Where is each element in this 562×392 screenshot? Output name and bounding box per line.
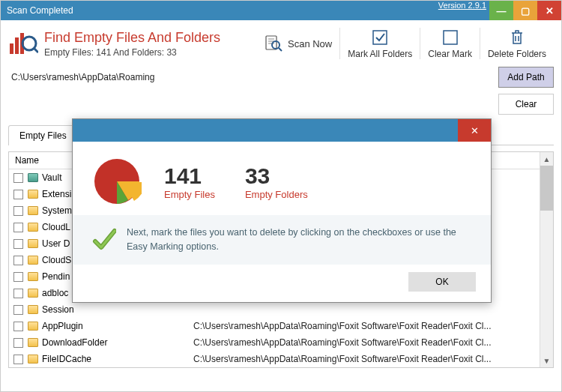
empty-folders-stat: 33 Empty Folders — [245, 163, 308, 200]
dialog-titlebar: ✕ — [73, 119, 491, 142]
row-name: Vault — [42, 172, 61, 183]
folder-icon — [28, 173, 38, 182]
app-logo-block: Find Empty Files And Folders Empty Files… — [8, 28, 220, 59]
trash-icon — [507, 28, 527, 47]
folder-icon — [28, 256, 38, 265]
empty-files-count: 141 — [164, 163, 215, 189]
mark-all-label: Mark All Folders — [348, 49, 412, 59]
table-row[interactable]: Session — [9, 301, 540, 318]
row-path: C:\Users\ramesh\AppData\Roaming\Foxit So… — [189, 354, 540, 364]
scan-now-label: Scan Now — [288, 38, 332, 49]
row-checkbox[interactable] — [13, 239, 23, 249]
dialog-hint: Next, mark the files you want to delete … — [73, 215, 491, 265]
maximize-button[interactable]: ▢ — [513, 1, 537, 20]
row-name: FileIDCache — [42, 354, 91, 364]
check-square-icon — [370, 28, 390, 47]
folder-icon — [28, 289, 38, 298]
row-name: CloudS — [42, 255, 71, 265]
app-logo-icon — [8, 28, 38, 58]
svg-rect-5 — [266, 36, 277, 49]
svg-rect-1 — [15, 37, 19, 54]
empty-folders-label: Empty Folders — [245, 189, 308, 200]
svg-rect-12 — [444, 31, 457, 44]
row-checkbox[interactable] — [13, 190, 23, 199]
row-checkbox[interactable] — [13, 272, 23, 282]
empty-files-label: Empty Files — [164, 189, 215, 200]
row-checkbox[interactable] — [13, 322, 23, 331]
row-path: C:\Users\ramesh\AppData\Roaming\Foxit So… — [189, 321, 540, 331]
scan-now-button[interactable]: Scan Now — [256, 28, 339, 59]
scroll-down-arrow[interactable]: ▼ — [540, 354, 553, 367]
app-title: Find Empty Files And Folders — [44, 30, 220, 46]
delete-folders-button[interactable]: Delete Folders — [480, 28, 554, 59]
main-toolbar: Find Empty Files And Folders Empty Files… — [1, 20, 561, 65]
row-checkbox[interactable] — [13, 256, 23, 265]
row-checkbox[interactable] — [13, 355, 23, 364]
version-label[interactable]: Version 2.9.1 — [438, 1, 486, 20]
empty-square-icon — [441, 28, 460, 47]
row-checkbox[interactable] — [13, 206, 23, 216]
folder-icon — [28, 322, 38, 331]
scan-results-dialog: ✕ 141 Empty Files 33 Empty Folders Ne — [72, 118, 492, 303]
folder-icon — [28, 223, 38, 232]
scroll-thumb[interactable] — [540, 166, 553, 211]
app-subtitle: Empty Files: 141 And Folders: 33 — [44, 47, 220, 58]
svg-rect-0 — [10, 43, 13, 54]
empty-files-stat: 141 Empty Files — [164, 163, 215, 200]
folder-icon — [28, 190, 38, 199]
folder-icon — [28, 239, 38, 248]
row-checkbox[interactable] — [13, 305, 23, 315]
path-bar: C:\Users\ramesh\AppData\Roaming Add Path — [1, 65, 561, 89]
folder-icon — [28, 305, 38, 314]
row-checkbox[interactable] — [13, 173, 23, 183]
empty-folders-count: 33 — [245, 163, 308, 189]
vertical-scrollbar[interactable]: ▲ ▼ — [540, 152, 553, 367]
row-name: AppPlugin — [42, 321, 83, 331]
folder-icon — [28, 272, 38, 281]
row-name: adbloc — [42, 288, 68, 298]
row-name: System — [42, 205, 72, 216]
row-name: DownloadFolder — [42, 337, 107, 348]
row-name: CloudL — [42, 222, 70, 232]
scan-icon — [264, 33, 283, 52]
row-name: Pendin — [42, 271, 70, 282]
table-row[interactable]: DownloadFolderC:\Users\ramesh\AppData\Ro… — [9, 334, 540, 351]
delete-folders-label: Delete Folders — [488, 49, 546, 59]
svg-line-4 — [34, 48, 38, 52]
current-path: C:\Users\ramesh\AppData\Roaming — [8, 67, 498, 87]
pie-chart-icon — [92, 157, 142, 206]
row-path: C:\Users\ramesh\AppData\Roaming\Foxit So… — [189, 337, 540, 348]
folder-icon — [28, 206, 38, 215]
add-path-button[interactable]: Add Path — [498, 67, 554, 88]
scroll-up-arrow[interactable]: ▲ — [540, 152, 553, 166]
row-name: Session — [42, 304, 74, 315]
minimize-button[interactable]: — — [489, 1, 513, 20]
window-title: Scan Completed — [7, 5, 73, 16]
ok-button[interactable]: OK — [408, 272, 476, 292]
hint-text: Next, mark the files you want to delete … — [127, 226, 471, 254]
window-controls: Version 2.9.1 — ▢ ✕ — [438, 1, 561, 20]
clear-path-button[interactable]: Clear — [498, 94, 554, 115]
folder-icon — [28, 338, 38, 347]
row-checkbox[interactable] — [13, 338, 23, 348]
close-button[interactable]: ✕ — [537, 1, 561, 20]
clear-mark-button[interactable]: Clear Mark — [420, 28, 480, 59]
checkmark-icon — [92, 228, 116, 252]
svg-rect-11 — [373, 31, 387, 44]
tab-empty-files[interactable]: Empty Files — [8, 125, 78, 145]
svg-line-10 — [279, 48, 282, 51]
table-row[interactable]: FileIDCacheC:\Users\ramesh\AppData\Roami… — [9, 351, 540, 367]
mark-all-folders-button[interactable]: Mark All Folders — [339, 28, 420, 59]
row-name: User D — [42, 238, 70, 249]
row-checkbox[interactable] — [13, 223, 23, 232]
table-row[interactable]: AppPluginC:\Users\ramesh\AppData\Roaming… — [9, 318, 540, 334]
row-name: Extensi — [42, 189, 71, 199]
clear-mark-label: Clear Mark — [428, 49, 472, 59]
row-checkbox[interactable] — [13, 289, 23, 298]
dialog-close-button[interactable]: ✕ — [458, 119, 491, 142]
folder-icon — [28, 355, 38, 364]
window-titlebar: Scan Completed Version 2.9.1 — ▢ ✕ — [1, 1, 561, 20]
